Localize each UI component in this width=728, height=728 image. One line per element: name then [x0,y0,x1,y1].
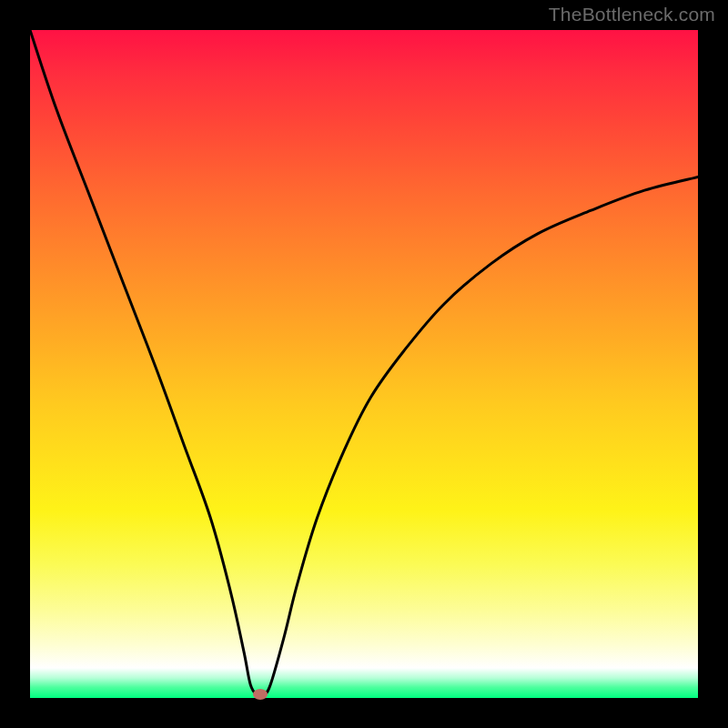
curve-svg [30,30,698,698]
plot-area [30,30,698,698]
bottleneck-curve-path [30,30,698,696]
watermark-text: TheBottleneck.com [549,4,715,25]
minimum-marker [253,689,268,700]
chart-frame: TheBottleneck.com [0,0,728,728]
